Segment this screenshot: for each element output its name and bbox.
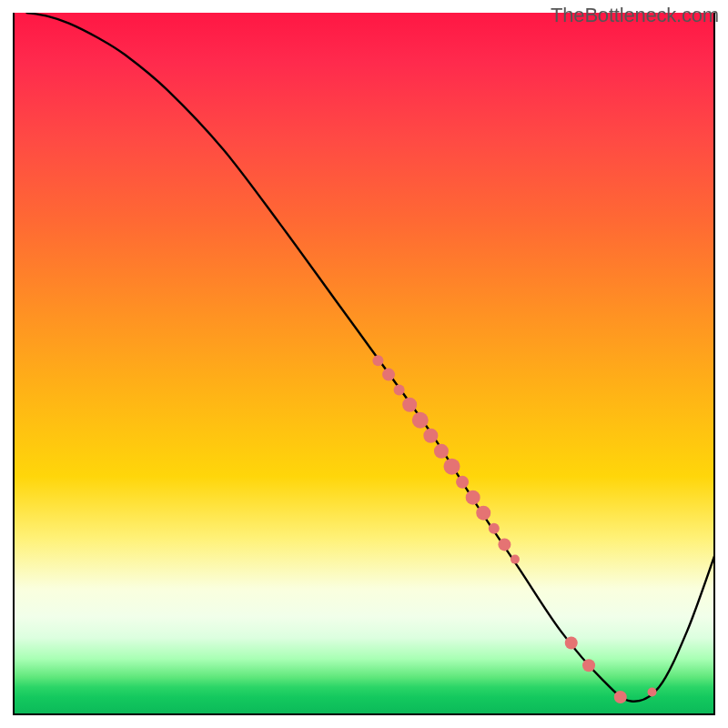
data-point bbox=[648, 688, 657, 697]
data-point bbox=[372, 355, 383, 366]
data-point bbox=[476, 506, 490, 521]
data-point bbox=[511, 555, 520, 564]
data-point bbox=[614, 691, 627, 703]
data-point bbox=[444, 459, 460, 475]
data-point bbox=[402, 398, 417, 412]
data-point bbox=[582, 659, 595, 672]
bottleneck-curve bbox=[26, 13, 715, 702]
watermark-text: TheBottleneck.com bbox=[551, 4, 719, 27]
plot-area bbox=[13, 13, 715, 715]
chart-svg bbox=[13, 13, 715, 715]
data-point bbox=[423, 429, 438, 443]
data-point bbox=[394, 385, 405, 396]
data-point bbox=[382, 369, 395, 381]
chart-container: TheBottleneck.com bbox=[0, 0, 728, 728]
data-point bbox=[412, 412, 429, 429]
data-point bbox=[434, 444, 449, 459]
data-point bbox=[489, 523, 500, 534]
data-point bbox=[456, 476, 469, 489]
data-point bbox=[466, 490, 480, 505]
data-points bbox=[372, 355, 656, 703]
data-point bbox=[498, 538, 511, 551]
data-point bbox=[565, 636, 578, 649]
